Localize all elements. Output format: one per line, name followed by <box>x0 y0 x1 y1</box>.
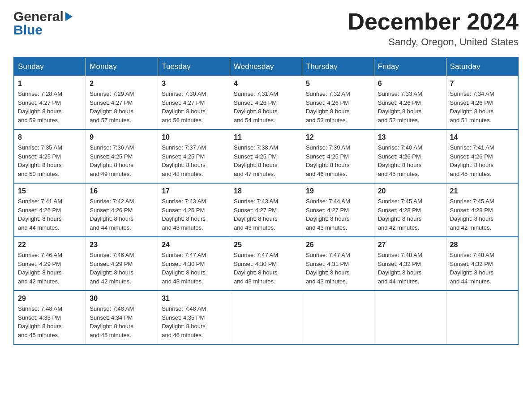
calendar-header-row: Sunday Monday Tuesday Wednesday Thursday… <box>14 57 518 76</box>
calendar-cell: 8 Sunrise: 7:35 AMSunset: 4:25 PMDayligh… <box>14 129 86 183</box>
calendar-cell <box>302 291 374 344</box>
day-info: Sunrise: 7:48 AMSunset: 4:34 PMDaylight:… <box>90 304 154 339</box>
day-info: Sunrise: 7:41 AMSunset: 4:26 PMDaylight:… <box>450 143 514 178</box>
calendar-cell: 25 Sunrise: 7:47 AMSunset: 4:30 PMDaylig… <box>230 237 302 291</box>
col-wednesday: Wednesday <box>230 57 302 76</box>
day-number: 25 <box>234 241 298 249</box>
calendar-cell: 17 Sunrise: 7:43 AMSunset: 4:26 PMDaylig… <box>158 183 230 237</box>
day-number: 5 <box>306 80 370 88</box>
day-info: Sunrise: 7:45 AMSunset: 4:28 PMDaylight:… <box>378 197 442 232</box>
day-info: Sunrise: 7:29 AMSunset: 4:27 PMDaylight:… <box>90 90 154 124</box>
calendar-cell: 3 Sunrise: 7:30 AMSunset: 4:27 PMDayligh… <box>158 76 230 130</box>
col-friday: Friday <box>374 57 446 76</box>
logo-arrow-icon <box>65 12 73 21</box>
day-info: Sunrise: 7:35 AMSunset: 4:25 PMDaylight:… <box>18 143 82 178</box>
day-number: 29 <box>18 295 82 303</box>
col-monday: Monday <box>86 57 158 76</box>
day-info: Sunrise: 7:45 AMSunset: 4:28 PMDaylight:… <box>450 197 514 232</box>
day-number: 10 <box>162 133 226 141</box>
day-number: 11 <box>234 133 298 141</box>
day-number: 21 <box>450 187 514 195</box>
day-info: Sunrise: 7:46 AMSunset: 4:29 PMDaylight:… <box>18 251 82 286</box>
page-header: General Blue December 2024 Sandy, Oregon… <box>13 9 519 48</box>
location-text: Sandy, Oregon, United States <box>348 36 519 48</box>
day-number: 15 <box>18 187 82 195</box>
day-number: 19 <box>306 187 370 195</box>
calendar-cell: 1 Sunrise: 7:28 AMSunset: 4:27 PMDayligh… <box>14 76 86 130</box>
day-number: 16 <box>90 187 154 195</box>
day-number: 18 <box>234 187 298 195</box>
day-number: 3 <box>162 80 226 88</box>
day-number: 30 <box>90 295 154 303</box>
day-number: 12 <box>306 133 370 141</box>
day-info: Sunrise: 7:42 AMSunset: 4:26 PMDaylight:… <box>90 197 154 232</box>
calendar-cell: 22 Sunrise: 7:46 AMSunset: 4:29 PMDaylig… <box>14 237 86 291</box>
calendar-cell: 20 Sunrise: 7:45 AMSunset: 4:28 PMDaylig… <box>374 183 446 237</box>
day-info: Sunrise: 7:28 AMSunset: 4:27 PMDaylight:… <box>18 90 82 124</box>
calendar-cell <box>230 291 302 344</box>
calendar-cell: 13 Sunrise: 7:40 AMSunset: 4:26 PMDaylig… <box>374 129 446 183</box>
day-number: 9 <box>90 133 154 141</box>
logo-blue-text: Blue <box>13 22 73 38</box>
day-number: 22 <box>18 241 82 249</box>
calendar-cell: 28 Sunrise: 7:48 AMSunset: 4:32 PMDaylig… <box>446 237 518 291</box>
col-tuesday: Tuesday <box>158 57 230 76</box>
calendar-cell: 31 Sunrise: 7:48 AMSunset: 4:35 PMDaylig… <box>158 291 230 344</box>
calendar-cell: 19 Sunrise: 7:44 AMSunset: 4:27 PMDaylig… <box>302 183 374 237</box>
day-number: 17 <box>162 187 226 195</box>
day-info: Sunrise: 7:41 AMSunset: 4:26 PMDaylight:… <box>18 197 82 232</box>
day-info: Sunrise: 7:47 AMSunset: 4:31 PMDaylight:… <box>306 251 370 286</box>
day-number: 31 <box>162 295 226 303</box>
calendar-cell <box>374 291 446 344</box>
day-info: Sunrise: 7:31 AMSunset: 4:26 PMDaylight:… <box>234 90 298 124</box>
calendar-cell: 21 Sunrise: 7:45 AMSunset: 4:28 PMDaylig… <box>446 183 518 237</box>
day-number: 26 <box>306 241 370 249</box>
calendar-cell <box>446 291 518 344</box>
day-info: Sunrise: 7:47 AMSunset: 4:30 PMDaylight:… <box>162 251 226 286</box>
day-info: Sunrise: 7:43 AMSunset: 4:26 PMDaylight:… <box>162 197 226 232</box>
day-number: 2 <box>90 80 154 88</box>
calendar-cell: 15 Sunrise: 7:41 AMSunset: 4:26 PMDaylig… <box>14 183 86 237</box>
day-number: 6 <box>378 80 442 88</box>
day-number: 4 <box>234 80 298 88</box>
calendar-cell: 4 Sunrise: 7:31 AMSunset: 4:26 PMDayligh… <box>230 76 302 130</box>
day-number: 14 <box>450 133 514 141</box>
day-number: 13 <box>378 133 442 141</box>
calendar-cell: 30 Sunrise: 7:48 AMSunset: 4:34 PMDaylig… <box>86 291 158 344</box>
calendar-week-row: 22 Sunrise: 7:46 AMSunset: 4:29 PMDaylig… <box>14 237 518 291</box>
calendar-cell: 11 Sunrise: 7:38 AMSunset: 4:25 PMDaylig… <box>230 129 302 183</box>
day-info: Sunrise: 7:48 AMSunset: 4:32 PMDaylight:… <box>378 251 442 286</box>
day-number: 28 <box>450 241 514 249</box>
col-thursday: Thursday <box>302 57 374 76</box>
day-info: Sunrise: 7:39 AMSunset: 4:25 PMDaylight:… <box>306 143 370 178</box>
calendar-cell: 9 Sunrise: 7:36 AMSunset: 4:25 PMDayligh… <box>86 129 158 183</box>
day-info: Sunrise: 7:47 AMSunset: 4:30 PMDaylight:… <box>234 251 298 286</box>
day-info: Sunrise: 7:40 AMSunset: 4:26 PMDaylight:… <box>378 143 442 178</box>
calendar-cell: 16 Sunrise: 7:42 AMSunset: 4:26 PMDaylig… <box>86 183 158 237</box>
day-info: Sunrise: 7:32 AMSunset: 4:26 PMDaylight:… <box>306 90 370 124</box>
day-number: 7 <box>450 80 514 88</box>
day-info: Sunrise: 7:43 AMSunset: 4:27 PMDaylight:… <box>234 197 298 232</box>
day-number: 8 <box>18 133 82 141</box>
calendar-cell: 2 Sunrise: 7:29 AMSunset: 4:27 PMDayligh… <box>86 76 158 130</box>
day-info: Sunrise: 7:36 AMSunset: 4:25 PMDaylight:… <box>90 143 154 178</box>
calendar-cell: 24 Sunrise: 7:47 AMSunset: 4:30 PMDaylig… <box>158 237 230 291</box>
day-number: 20 <box>378 187 442 195</box>
calendar-table: Sunday Monday Tuesday Wednesday Thursday… <box>13 57 519 345</box>
calendar-cell: 6 Sunrise: 7:33 AMSunset: 4:26 PMDayligh… <box>374 76 446 130</box>
month-title: December 2024 <box>348 9 519 34</box>
day-info: Sunrise: 7:48 AMSunset: 4:32 PMDaylight:… <box>450 251 514 286</box>
calendar-week-row: 29 Sunrise: 7:48 AMSunset: 4:33 PMDaylig… <box>14 291 518 344</box>
calendar-cell: 7 Sunrise: 7:34 AMSunset: 4:26 PMDayligh… <box>446 76 518 130</box>
day-info: Sunrise: 7:44 AMSunset: 4:27 PMDaylight:… <box>306 197 370 232</box>
day-number: 24 <box>162 241 226 249</box>
day-info: Sunrise: 7:34 AMSunset: 4:26 PMDaylight:… <box>450 90 514 124</box>
day-number: 1 <box>18 80 82 88</box>
calendar-cell: 27 Sunrise: 7:48 AMSunset: 4:32 PMDaylig… <box>374 237 446 291</box>
calendar-cell: 12 Sunrise: 7:39 AMSunset: 4:25 PMDaylig… <box>302 129 374 183</box>
calendar-cell: 14 Sunrise: 7:41 AMSunset: 4:26 PMDaylig… <box>446 129 518 183</box>
day-info: Sunrise: 7:46 AMSunset: 4:29 PMDaylight:… <box>90 251 154 286</box>
calendar-cell: 26 Sunrise: 7:47 AMSunset: 4:31 PMDaylig… <box>302 237 374 291</box>
logo: General Blue <box>13 9 73 38</box>
day-info: Sunrise: 7:33 AMSunset: 4:26 PMDaylight:… <box>378 90 442 124</box>
